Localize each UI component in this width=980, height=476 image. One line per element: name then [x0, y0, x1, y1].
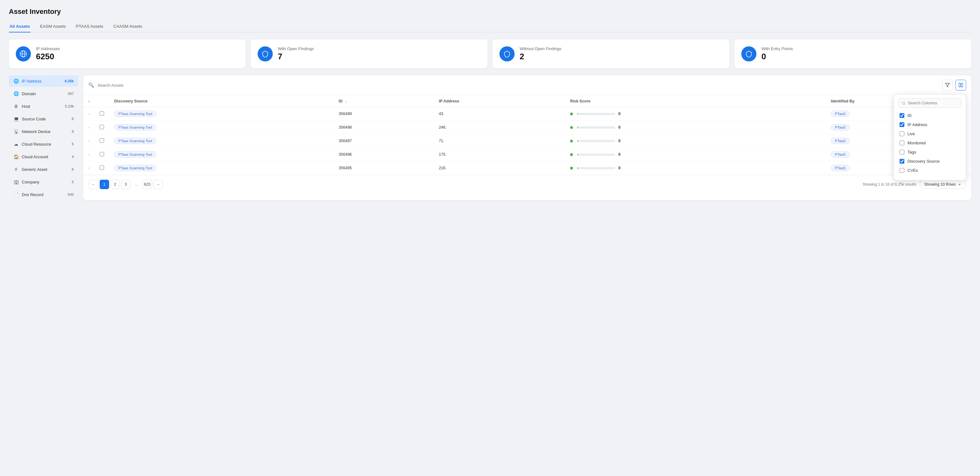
- sidebar-count-source-code: 6: [72, 117, 74, 121]
- sidebar-label-cloud-resource: Cloud Resource: [22, 142, 51, 147]
- stat-value-open: 7: [278, 52, 314, 62]
- page-btn-1[interactable]: 1: [100, 180, 109, 189]
- col-checkbox-header: [95, 95, 109, 107]
- source-code-sidebar-icon: 💻: [13, 116, 19, 122]
- stat-label-ip: IP Addresses: [36, 46, 60, 51]
- rows-select[interactable]: Showing 10 Rows: [920, 180, 966, 189]
- col-header-id[interactable]: ID ↓: [334, 95, 434, 107]
- row-expand[interactable]: ›: [83, 148, 95, 162]
- prev-page-button[interactable]: ←: [89, 180, 99, 189]
- page-btn-625[interactable]: 625: [143, 180, 152, 189]
- col-check-monitored[interactable]: [900, 141, 904, 145]
- search-icon: 🔍: [88, 82, 94, 88]
- table-row: › PTaas Scanning Tool 356495 216. 0 PTaa…: [83, 162, 971, 175]
- sidebar-label-source-code: Source Code: [22, 117, 46, 121]
- sidebar-item-cloud-account[interactable]: 🏠 Cloud Account 4: [9, 151, 78, 162]
- table-row: › PTaas Scanning Tool 356496 175. 0 PTaa…: [83, 148, 971, 162]
- col-check-id[interactable]: [900, 113, 904, 118]
- col-check-tags[interactable]: [900, 150, 904, 154]
- row-expand[interactable]: ›: [83, 134, 95, 148]
- col-picker-item-tags[interactable]: Tags: [898, 148, 961, 157]
- sidebar-count-ip-address: 6.25k: [65, 79, 74, 83]
- row-checkbox-cell[interactable]: [95, 107, 109, 121]
- page-btn-2[interactable]: 2: [110, 180, 120, 189]
- row-checkbox[interactable]: [100, 125, 104, 129]
- cell-risk-score: 0: [565, 121, 826, 134]
- row-checkbox[interactable]: [100, 138, 104, 143]
- stat-label-open: With Open Findings: [278, 46, 314, 51]
- cell-ip-address: 246.: [434, 121, 565, 134]
- sidebar-count-company: 5: [72, 180, 74, 184]
- row-checkbox[interactable]: [100, 111, 104, 116]
- table-row: › PTaas Scanning Tool 356498 246. 0 PTaa…: [83, 121, 971, 134]
- col-label-monitored: Monitored: [907, 141, 926, 145]
- row-checkbox-cell[interactable]: [95, 162, 109, 175]
- table-toolbar: 🔍: [83, 75, 971, 95]
- cloud-resource-sidebar-icon: ☁: [13, 141, 19, 147]
- col-label-ip: IP Address: [907, 122, 928, 127]
- col-picker-item-discovery-source[interactable]: Discovery Source: [898, 157, 961, 166]
- row-expand[interactable]: ›: [83, 121, 95, 134]
- col-header-risk-score[interactable]: Risk Score: [565, 95, 826, 107]
- sidebar-label-host: Host: [22, 104, 30, 109]
- sidebar-item-generic-asset[interactable]: # Generic Asset 6: [9, 163, 78, 175]
- sidebar-item-host[interactable]: 🖥 Host 5.23k: [9, 100, 78, 112]
- cell-id: 356497: [334, 134, 434, 148]
- cell-discovery-source: PTaas Scanning Tool: [109, 107, 334, 121]
- table-section: 🔍: [83, 75, 971, 200]
- col-picker-item-live[interactable]: Live: [898, 129, 961, 138]
- svg-rect-4: [959, 83, 961, 87]
- cell-discovery-source: PTaas Scanning Tool: [109, 121, 334, 134]
- filter-button[interactable]: [942, 80, 953, 90]
- next-page-button[interactable]: →: [153, 180, 163, 189]
- col-header-discovery-source[interactable]: Discovery Source: [109, 95, 334, 107]
- sidebar-item-company[interactable]: 🏢 Company 5: [9, 176, 78, 187]
- cell-id: 356498: [334, 121, 434, 134]
- stat-value-entry: 0: [762, 52, 793, 62]
- ip-icon: [16, 46, 31, 62]
- row-checkbox-cell[interactable]: [95, 121, 109, 134]
- col-check-ip[interactable]: [900, 122, 904, 127]
- col-label-tags: Tags: [907, 150, 916, 154]
- row-expand[interactable]: ›: [83, 162, 95, 175]
- sidebar-item-network-device[interactable]: 📡 Network Device 9: [9, 126, 78, 137]
- col-check-live[interactable]: [900, 132, 904, 136]
- row-checkbox-cell[interactable]: [95, 134, 109, 148]
- col-label-id: ID: [907, 113, 912, 118]
- cloud-account-sidebar-icon: 🏠: [13, 154, 19, 160]
- page-container: Asset Inventory All Assets EASM Assets P…: [0, 0, 980, 476]
- row-checkbox[interactable]: [100, 165, 104, 170]
- open-findings-icon: [258, 46, 273, 62]
- sidebar-item-cloud-resource[interactable]: ☁ Cloud Resource 5: [9, 138, 78, 150]
- sidebar-item-dns-record[interactable]: 📄 Dns Record 542: [9, 189, 78, 200]
- stat-cards: IP Addresses 6250 With Open Findings 7: [9, 40, 971, 68]
- tab-caasm-assets[interactable]: CAASM Assets: [113, 21, 143, 32]
- stat-card-without: Without Open Findings 2: [493, 40, 729, 68]
- row-checkbox[interactable]: [100, 152, 104, 156]
- sidebar-item-ip-address[interactable]: 🌐 IP Address 6.25k: [9, 75, 78, 87]
- sidebar-item-domain[interactable]: 🌐 Domain 267: [9, 88, 78, 99]
- host-sidebar-icon: 🖥: [13, 103, 19, 109]
- tab-easm-assets[interactable]: EASM Assets: [40, 21, 67, 32]
- page-btn-3[interactable]: 3: [121, 180, 130, 189]
- col-picker-item-monitored[interactable]: Monitored: [898, 138, 961, 148]
- row-checkbox-cell[interactable]: [95, 148, 109, 162]
- col-header-ip-address[interactable]: IP Address: [434, 95, 565, 107]
- sidebar-item-source-code[interactable]: 💻 Source Code 6: [9, 113, 78, 125]
- network-device-sidebar-icon: 📡: [13, 129, 19, 134]
- col-picker-item-cves[interactable]: CVEs: [898, 166, 961, 175]
- sidebar-count-domain: 267: [68, 92, 74, 95]
- col-picker-item-id[interactable]: ID: [898, 111, 961, 120]
- table-row: › PTaas Scanning Tool 356497 71. 0 PTaaS: [83, 134, 971, 148]
- col-check-cves[interactable]: [900, 168, 904, 173]
- cell-risk-score: 0: [565, 107, 826, 121]
- search-input[interactable]: [97, 83, 939, 88]
- tab-ptaas-assets[interactable]: PTAAS Assets: [75, 21, 104, 32]
- col-picker-item-ip-address[interactable]: IP Address: [898, 120, 961, 129]
- col-check-discovery-source[interactable]: [900, 159, 904, 163]
- columns-toggle-button[interactable]: [955, 80, 966, 90]
- col-search-input[interactable]: [908, 101, 958, 105]
- row-expand[interactable]: ›: [83, 107, 95, 121]
- tab-all-assets[interactable]: All Assets: [9, 21, 30, 32]
- dns-record-sidebar-icon: 📄: [13, 192, 19, 197]
